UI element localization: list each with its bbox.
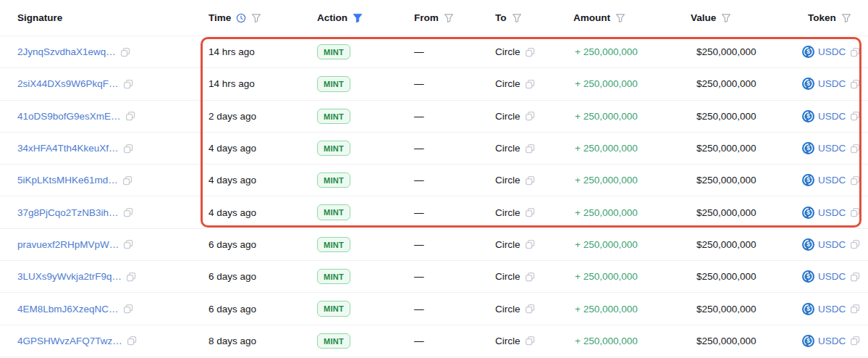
action-cell: MINT — [317, 141, 411, 156]
value-cell: $250,000,000 — [689, 78, 802, 89]
token-link[interactable]: USDC — [818, 239, 846, 250]
time-format-clock-icon[interactable] — [236, 13, 246, 23]
signature-link[interactable]: 3LUXs9yWvkja2trF9q… — [17, 271, 122, 282]
copy-to-address-icon[interactable] — [525, 304, 535, 314]
token-cell: USDC — [802, 335, 868, 347]
amount-cell: + 250,000,000 — [572, 143, 689, 154]
usdc-token-icon — [802, 78, 814, 90]
usdc-token-icon — [802, 110, 814, 122]
token-link[interactable]: USDC — [818, 175, 846, 186]
to-account-link[interactable]: Circle — [495, 46, 521, 57]
to-account-link[interactable]: Circle — [495, 111, 521, 122]
copy-to-address-icon[interactable] — [525, 79, 535, 89]
signature-link[interactable]: pravuexf2RHpMVpW… — [17, 239, 119, 250]
signature-cell: 4EM8LbmJ6XzeqNC… — [0, 304, 208, 315]
signature-link[interactable]: 5iKpLKtsMHKe61md… — [17, 175, 118, 186]
copy-signature-icon[interactable] — [120, 47, 130, 57]
copy-token-address-icon[interactable] — [850, 79, 860, 89]
to-account-link[interactable]: Circle — [495, 175, 521, 186]
value-filter-icon[interactable] — [721, 13, 731, 23]
amount-filter-icon[interactable] — [615, 13, 625, 23]
token-link[interactable]: USDC — [818, 78, 846, 89]
token-cell: USDC — [802, 238, 868, 251]
token-link[interactable]: USDC — [818, 46, 846, 57]
copy-signature-icon[interactable] — [125, 111, 135, 121]
value-cell: $250,000,000 — [689, 304, 802, 315]
action-cell: MINT — [317, 301, 411, 316]
usdc-token-icon — [802, 303, 814, 315]
to-account-link[interactable]: Circle — [495, 143, 521, 154]
to-account-link[interactable]: Circle — [495, 78, 521, 89]
from-filter-icon[interactable] — [444, 13, 454, 23]
token-link[interactable]: USDC — [818, 111, 846, 122]
copy-to-address-icon[interactable] — [525, 111, 535, 121]
token-link[interactable]: USDC — [818, 271, 846, 282]
copy-token-address-icon[interactable] — [850, 175, 860, 186]
copy-token-address-icon[interactable] — [850, 207, 860, 217]
time-filter-icon[interactable] — [251, 13, 261, 23]
amount-cell: + 250,000,000 — [572, 207, 689, 218]
to-cell: Circle — [495, 239, 572, 250]
copy-signature-icon[interactable] — [123, 79, 133, 89]
to-account-link[interactable]: Circle — [495, 239, 521, 250]
copy-to-address-icon[interactable] — [525, 207, 535, 217]
from-cell: — — [411, 336, 495, 346]
token-link[interactable]: USDC — [818, 143, 846, 154]
copy-signature-icon[interactable] — [123, 207, 133, 217]
token-link[interactable]: USDC — [818, 336, 846, 346]
token-link[interactable]: USDC — [818, 304, 846, 315]
copy-token-address-icon[interactable] — [850, 111, 860, 121]
value-column-label: Value — [691, 12, 716, 23]
signature-link[interactable]: 37g8PjCqo2TzNB3ih… — [17, 207, 119, 218]
copy-to-address-icon[interactable] — [525, 272, 535, 282]
copy-token-address-icon[interactable] — [850, 272, 860, 282]
signature-link[interactable]: 2siX44DXs9W6PkqF… — [17, 78, 119, 89]
copy-to-address-icon[interactable] — [525, 47, 535, 57]
copy-token-address-icon[interactable] — [850, 304, 860, 314]
copy-token-address-icon[interactable] — [850, 239, 860, 249]
copy-signature-icon[interactable] — [123, 143, 133, 154]
to-filter-icon[interactable] — [512, 13, 522, 23]
col-header-to: To — [495, 12, 572, 23]
copy-signature-icon[interactable] — [126, 272, 136, 282]
signature-column-label: Signature — [17, 12, 62, 23]
copy-signature-icon[interactable] — [127, 336, 137, 346]
to-cell: Circle — [495, 207, 572, 218]
copy-to-address-icon[interactable] — [525, 175, 535, 186]
copy-token-address-icon[interactable] — [850, 143, 860, 154]
to-account-link[interactable]: Circle — [495, 304, 521, 315]
action-filter-active-icon[interactable] — [353, 13, 363, 23]
table-row: 37g8PjCqo2TzNB3ih… 4 days ago MINT — Cir… — [0, 196, 868, 228]
copy-signature-icon[interactable] — [123, 239, 133, 249]
time-value: 4 days ago — [208, 175, 256, 186]
to-account-link[interactable]: Circle — [495, 271, 521, 282]
copy-to-address-icon[interactable] — [525, 239, 535, 249]
mint-action-badge: MINT — [317, 333, 350, 349]
to-account-link[interactable]: Circle — [495, 207, 521, 218]
table-row: 3LUXs9yWvkja2trF9q… 6 days ago MINT — Ci… — [0, 261, 868, 293]
token-link[interactable]: USDC — [818, 207, 846, 218]
to-account-link[interactable]: Circle — [495, 336, 521, 346]
mint-action-badge: MINT — [317, 76, 350, 91]
signature-link[interactable]: 2JynqSzvdhaX1ewq… — [17, 46, 116, 57]
amount-cell: + 250,000,000 — [572, 175, 689, 186]
copy-signature-icon[interactable] — [123, 304, 133, 314]
copy-token-address-icon[interactable] — [850, 336, 860, 346]
signature-link[interactable]: 41oDS9bofG9esXmE… — [17, 111, 121, 122]
time-cell: 4 days ago — [208, 175, 317, 186]
signature-link[interactable]: 34xHFA4Tth4KkeuXf… — [17, 143, 119, 154]
from-cell: — — [411, 111, 495, 122]
time-cell: 6 days ago — [208, 271, 317, 282]
from-empty-dash: — — [414, 175, 424, 186]
amount-cell: + 250,000,000 — [572, 78, 689, 89]
copy-token-address-icon[interactable] — [850, 47, 860, 57]
signature-link[interactable]: 4EM8LbmJ6XzeqNC… — [17, 304, 119, 315]
copy-to-address-icon[interactable] — [525, 143, 535, 154]
token-filter-icon[interactable] — [841, 13, 851, 23]
signature-cell: 5iKpLKtsMHKe61md… — [0, 175, 208, 186]
usdc-token-icon — [802, 46, 814, 58]
copy-signature-icon[interactable] — [122, 175, 132, 186]
time-cell: 6 days ago — [208, 304, 317, 315]
copy-to-address-icon[interactable] — [525, 336, 535, 346]
signature-link[interactable]: 4GPSHWvzAFQ7Twz… — [17, 336, 122, 346]
